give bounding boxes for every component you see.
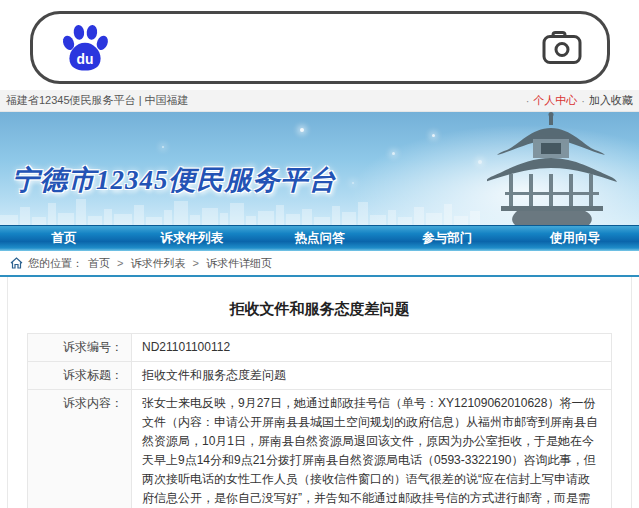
- nav-item-hot-qa[interactable]: 热点问答: [256, 226, 384, 251]
- add-favorite-link[interactable]: 加入收藏: [589, 93, 633, 108]
- page: du 福建省12345便民服务平台 | 中国福建 · 个人中心 · 加入收藏: [0, 0, 639, 508]
- nav-item-guide[interactable]: 使用向导: [511, 226, 639, 251]
- breadcrumb-current-page: 诉求件详细页: [206, 256, 272, 271]
- nav-item-home[interactable]: 首页: [0, 226, 128, 251]
- personal-center-link[interactable]: 个人中心: [533, 93, 577, 108]
- detail-table: 诉求编号： ND21101100112 诉求标题： 拒收文件和服务态度差问题 诉…: [27, 333, 612, 508]
- sparkle-icon: [300, 128, 304, 132]
- sparkle-icon: [162, 146, 164, 148]
- field-label-request-number: 诉求编号：: [28, 334, 132, 362]
- row-request-content: 诉求内容： 张女士来电反映，9月27日，她通过邮政挂号信（单号：XY121090…: [28, 390, 612, 508]
- main-nav: 首页 诉求件列表 热点问答 参与部门 使用向导: [0, 225, 639, 251]
- search-input[interactable]: [111, 28, 541, 68]
- camera-icon[interactable]: [541, 30, 583, 66]
- breadcrumb-link-request-list[interactable]: 诉求件列表: [130, 256, 185, 271]
- field-label-request-content: 诉求内容：: [28, 390, 132, 508]
- home-icon: [10, 257, 23, 269]
- svg-text:du: du: [77, 50, 94, 66]
- topbar-links: · 个人中心 · 加入收藏: [524, 93, 633, 108]
- pavilion-icon: [487, 112, 617, 225]
- field-value-request-title: 拒收文件和服务态度差问题: [132, 362, 612, 390]
- banner: 宁德市12345便民服务平台: [0, 112, 639, 225]
- sparkle-icon: [352, 182, 354, 184]
- site-name-text: 福建省12345便民服务平台 | 中国福建: [6, 93, 189, 108]
- sparkle-icon: [392, 152, 395, 155]
- row-request-number: 诉求编号： ND21101100112: [28, 334, 612, 362]
- city-skyline-icon: [0, 195, 500, 225]
- breadcrumb-separator: >: [117, 257, 123, 269]
- sparkle-icon: [432, 134, 435, 137]
- dot-separator: ·: [526, 95, 530, 107]
- breadcrumb-separator: >: [192, 257, 198, 269]
- field-value-request-content: 张女士来电反映，9月27日，她通过邮政挂号信（单号：XY121090620106…: [132, 390, 612, 508]
- breadcrumb-link-home[interactable]: 首页: [88, 256, 110, 271]
- nav-item-request-list[interactable]: 诉求件列表: [128, 226, 256, 251]
- main-content: 拒收文件和服务态度差问题 诉求编号： ND21101100112 诉求标题： 拒…: [7, 277, 632, 508]
- row-request-title: 诉求标题： 拒收文件和服务态度差问题: [28, 362, 612, 390]
- baidu-search-bar[interactable]: du: [30, 11, 610, 84]
- breadcrumb-prefix: 您的位置：: [28, 256, 83, 271]
- search-section: du: [0, 0, 639, 90]
- banner-title: 宁德市12345便民服务平台: [12, 162, 337, 198]
- nav-item-departments[interactable]: 参与部门: [383, 226, 511, 251]
- field-value-request-number: ND21101100112: [132, 334, 612, 362]
- field-label-request-title: 诉求标题：: [28, 362, 132, 390]
- topbar: 福建省12345便民服务平台 | 中国福建 · 个人中心 · 加入收藏: [0, 90, 639, 112]
- dot-separator: ·: [581, 95, 585, 107]
- sparkle-icon: [478, 160, 482, 164]
- page-title: 拒收文件和服务态度差问题: [8, 300, 631, 319]
- breadcrumb: 您的位置： 首页 > 诉求件列表 > 诉求件详细页: [0, 251, 639, 277]
- baidu-paw-icon: du: [59, 22, 111, 74]
